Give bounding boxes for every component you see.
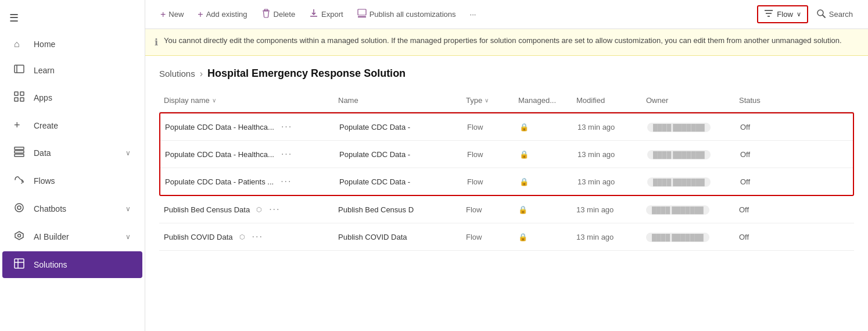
cell-display-name: Populate CDC Data - Healthca... ··· [160,116,335,138]
svg-line-26 [823,15,825,17]
sidebar-item-solutions[interactable]: Solutions [2,251,142,278]
row-more-button[interactable]: ··· [279,120,295,133]
sidebar-item-label: AI Builder [34,232,69,241]
row-more-button[interactable]: ··· [267,203,282,216]
row-more-button[interactable]: ··· [278,175,294,188]
delete-icon [261,9,271,20]
learn-icon [14,65,27,76]
svg-point-9 [15,204,23,212]
sidebar-item-apps[interactable]: Apps [2,84,142,111]
plus-icon: + [160,9,166,20]
cell-type: Flow [462,173,515,191]
col-managed[interactable]: Managed... [514,94,572,107]
table-row[interactable]: Publish Bed Census Data ⬡ ··· Publish Be… [159,196,854,223]
svg-marker-11 [15,232,23,240]
sidebar-item-create[interactable]: + Create [2,112,142,138]
sidebar-item-flows[interactable]: Flows [2,168,142,194]
sidebar-item-learn[interactable]: Learn [2,58,142,83]
col-modified[interactable]: Modified [572,94,641,107]
cell-display-name: Publish Bed Census Data ⬡ ··· [159,198,333,220]
external-link-icon: ⬡ [239,233,245,241]
cell-owner: ████ ███████ [643,145,736,163]
svg-rect-5 [20,98,24,101]
flows-icon [14,175,27,187]
cell-display-name: Populate CDC Data - Patients ... ··· [160,170,335,193]
sort-chevron-icon: ∨ [212,97,216,104]
cell-modified: 13 min ago [572,228,641,246]
table-row[interactable]: Publish COVID Data ⬡ ··· Publish COVID D… [159,223,854,251]
table-row[interactable]: Populate CDC Data - Healthca... ··· Popu… [160,113,853,141]
breadcrumb-separator: › [200,69,203,79]
cell-owner: ████ ███████ [643,173,736,191]
sidebar-item-home[interactable]: ⌂ Home [2,32,142,56]
info-icon: ℹ [155,35,158,49]
add-existing-button[interactable]: + Add existing [192,6,253,23]
sidebar-item-label: Flows [34,176,55,186]
cell-status: Off [734,201,781,219]
lock-icon: 🔒 [519,150,529,159]
breadcrumb-solutions-link[interactable]: Solutions [159,69,195,79]
cell-managed: 🔒 [514,228,572,246]
create-icon: + [14,119,27,131]
svg-rect-0 [15,65,24,73]
table-row[interactable]: Populate CDC Data - Healthca... ··· Popu… [160,141,853,168]
cell-owner: ████ ███████ [643,118,736,136]
row-more-button[interactable]: ··· [250,230,266,243]
lock-icon: 🔒 [519,177,529,186]
cell-name: Populate CDC Data - [335,145,462,163]
col-status[interactable]: Status [734,94,781,107]
svg-rect-3 [20,92,24,95]
search-icon [816,9,826,20]
table-header: Display name ∨ Name Type ∨ Managed... Mo… [159,89,854,112]
sidebar-item-chatbots[interactable]: Chatbots ∨ [2,195,142,222]
export-button[interactable]: Export [303,5,349,23]
chatbots-icon [14,202,27,215]
search-button[interactable]: Search [810,6,859,23]
svg-rect-7 [15,151,24,153]
sidebar-item-ai-builder[interactable]: AI Builder ∨ [2,223,142,250]
svg-rect-16 [264,9,268,10]
sort-chevron-icon: ∨ [485,97,489,104]
table-row[interactable]: Populate CDC Data - Patients ... ··· Pop… [160,168,853,195]
cell-owner: ████ ███████ [641,228,734,246]
owner-badge: ████ ███████ [647,123,711,132]
cell-managed: 🔒 [515,173,573,191]
flow-filter-button[interactable]: Flow ∨ [757,5,808,23]
svg-rect-13 [15,259,24,268]
col-name[interactable]: Name [333,94,461,107]
svg-rect-6 [15,147,24,150]
owner-badge: ████ ███████ [647,150,711,159]
sidebar-item-label: Home [34,40,55,49]
content-area: Solutions › Hospital Emergency Response … [145,56,868,331]
hamburger-button[interactable]: ☰ [0,5,145,31]
sidebar-item-label: Solutions [34,260,67,269]
publish-button[interactable]: Publish all customizations [351,5,462,23]
col-display-name[interactable]: Display name ∨ [159,94,333,107]
cell-owner: ████ ███████ [641,201,734,219]
cell-modified: 13 min ago [572,201,641,219]
cell-type: Flow [462,145,515,163]
delete-button[interactable]: Delete [256,5,302,23]
more-button[interactable]: ··· [464,6,482,22]
sidebar-item-data[interactable]: Data ∨ [2,140,142,166]
export-icon [309,9,318,20]
solutions-icon [14,258,27,271]
sidebar-item-label: Apps [34,93,52,102]
breadcrumb: Solutions › Hospital Emergency Response … [159,56,854,89]
home-icon: ⌂ [14,39,27,49]
cell-name: Populate CDC Data - [335,173,462,191]
cell-name: Populate CDC Data - [335,118,462,136]
col-type[interactable]: Type ∨ [461,94,514,107]
row-more-button[interactable]: ··· [279,148,295,161]
svg-rect-20 [358,9,366,15]
new-button[interactable]: + New [155,6,189,23]
warning-banner: ℹ You cannot directly edit the component… [145,29,868,56]
lock-icon: 🔒 [518,233,528,241]
cell-managed: 🔒 [515,145,573,163]
sidebar: ☰ ⌂ Home Learn Apps + Create Data ∨ Flow… [0,0,145,331]
col-owner[interactable]: Owner [641,94,734,107]
sidebar-item-label: Learn [34,66,55,75]
sidebar-item-label: Chatbots [34,204,66,213]
sidebar-item-label: Create [34,121,58,130]
apps-icon [14,91,27,104]
